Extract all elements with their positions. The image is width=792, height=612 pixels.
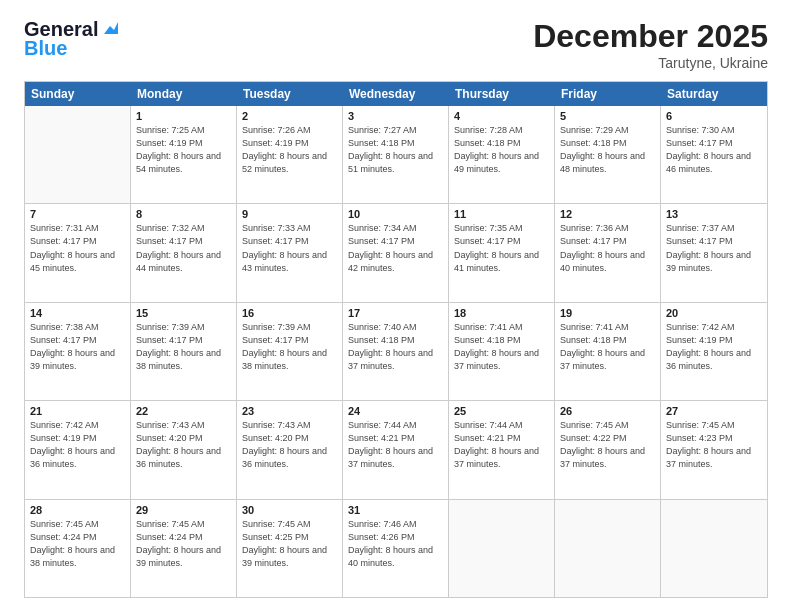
month-title: December 2025 <box>533 18 768 55</box>
cal-cell <box>555 500 661 597</box>
day-info: Sunrise: 7:45 AM Sunset: 4:24 PM Dayligh… <box>136 518 231 570</box>
day-info: Sunrise: 7:43 AM Sunset: 4:20 PM Dayligh… <box>242 419 337 471</box>
day-number: 6 <box>666 110 762 122</box>
day-number: 3 <box>348 110 443 122</box>
day-info: Sunrise: 7:42 AM Sunset: 4:19 PM Dayligh… <box>30 419 125 471</box>
day-number: 16 <box>242 307 337 319</box>
day-info: Sunrise: 7:39 AM Sunset: 4:17 PM Dayligh… <box>242 321 337 373</box>
day-info: Sunrise: 7:41 AM Sunset: 4:18 PM Dayligh… <box>454 321 549 373</box>
cal-cell: 21Sunrise: 7:42 AM Sunset: 4:19 PM Dayli… <box>25 401 131 498</box>
header-saturday: Saturday <box>661 82 767 106</box>
logo: General Blue <box>24 18 118 60</box>
cal-cell: 20Sunrise: 7:42 AM Sunset: 4:19 PM Dayli… <box>661 303 767 400</box>
day-number: 15 <box>136 307 231 319</box>
calendar-header: Sunday Monday Tuesday Wednesday Thursday… <box>25 82 767 106</box>
cal-cell: 9Sunrise: 7:33 AM Sunset: 4:17 PM Daylig… <box>237 204 343 301</box>
cal-cell: 29Sunrise: 7:45 AM Sunset: 4:24 PM Dayli… <box>131 500 237 597</box>
header-wednesday: Wednesday <box>343 82 449 106</box>
calendar-week-1: 1Sunrise: 7:25 AM Sunset: 4:19 PM Daylig… <box>25 106 767 204</box>
header-thursday: Thursday <box>449 82 555 106</box>
day-number: 14 <box>30 307 125 319</box>
header-tuesday: Tuesday <box>237 82 343 106</box>
cal-cell: 8Sunrise: 7:32 AM Sunset: 4:17 PM Daylig… <box>131 204 237 301</box>
day-number: 28 <box>30 504 125 516</box>
calendar-week-2: 7Sunrise: 7:31 AM Sunset: 4:17 PM Daylig… <box>25 204 767 302</box>
day-info: Sunrise: 7:30 AM Sunset: 4:17 PM Dayligh… <box>666 124 762 176</box>
day-info: Sunrise: 7:25 AM Sunset: 4:19 PM Dayligh… <box>136 124 231 176</box>
day-info: Sunrise: 7:32 AM Sunset: 4:17 PM Dayligh… <box>136 222 231 274</box>
day-info: Sunrise: 7:46 AM Sunset: 4:26 PM Dayligh… <box>348 518 443 570</box>
cal-cell: 16Sunrise: 7:39 AM Sunset: 4:17 PM Dayli… <box>237 303 343 400</box>
day-number: 2 <box>242 110 337 122</box>
day-number: 29 <box>136 504 231 516</box>
day-info: Sunrise: 7:42 AM Sunset: 4:19 PM Dayligh… <box>666 321 762 373</box>
day-number: 26 <box>560 405 655 417</box>
svg-marker-0 <box>104 22 118 34</box>
cal-cell: 18Sunrise: 7:41 AM Sunset: 4:18 PM Dayli… <box>449 303 555 400</box>
day-info: Sunrise: 7:34 AM Sunset: 4:17 PM Dayligh… <box>348 222 443 274</box>
logo-bird-icon <box>100 20 118 38</box>
calendar-week-5: 28Sunrise: 7:45 AM Sunset: 4:24 PM Dayli… <box>25 500 767 597</box>
day-info: Sunrise: 7:41 AM Sunset: 4:18 PM Dayligh… <box>560 321 655 373</box>
cal-cell: 1Sunrise: 7:25 AM Sunset: 4:19 PM Daylig… <box>131 106 237 203</box>
cal-cell: 23Sunrise: 7:43 AM Sunset: 4:20 PM Dayli… <box>237 401 343 498</box>
day-info: Sunrise: 7:37 AM Sunset: 4:17 PM Dayligh… <box>666 222 762 274</box>
cal-cell: 4Sunrise: 7:28 AM Sunset: 4:18 PM Daylig… <box>449 106 555 203</box>
cal-cell: 22Sunrise: 7:43 AM Sunset: 4:20 PM Dayli… <box>131 401 237 498</box>
day-info: Sunrise: 7:31 AM Sunset: 4:17 PM Dayligh… <box>30 222 125 274</box>
cal-cell: 27Sunrise: 7:45 AM Sunset: 4:23 PM Dayli… <box>661 401 767 498</box>
day-info: Sunrise: 7:39 AM Sunset: 4:17 PM Dayligh… <box>136 321 231 373</box>
day-info: Sunrise: 7:27 AM Sunset: 4:18 PM Dayligh… <box>348 124 443 176</box>
day-info: Sunrise: 7:45 AM Sunset: 4:22 PM Dayligh… <box>560 419 655 471</box>
day-info: Sunrise: 7:43 AM Sunset: 4:20 PM Dayligh… <box>136 419 231 471</box>
calendar-week-4: 21Sunrise: 7:42 AM Sunset: 4:19 PM Dayli… <box>25 401 767 499</box>
cal-cell: 25Sunrise: 7:44 AM Sunset: 4:21 PM Dayli… <box>449 401 555 498</box>
day-info: Sunrise: 7:29 AM Sunset: 4:18 PM Dayligh… <box>560 124 655 176</box>
cal-cell: 5Sunrise: 7:29 AM Sunset: 4:18 PM Daylig… <box>555 106 661 203</box>
day-number: 4 <box>454 110 549 122</box>
day-info: Sunrise: 7:45 AM Sunset: 4:24 PM Dayligh… <box>30 518 125 570</box>
day-number: 11 <box>454 208 549 220</box>
day-number: 5 <box>560 110 655 122</box>
page: General Blue December 2025 Tarutyne, Ukr… <box>0 0 792 612</box>
day-number: 13 <box>666 208 762 220</box>
day-info: Sunrise: 7:45 AM Sunset: 4:23 PM Dayligh… <box>666 419 762 471</box>
cal-cell: 2Sunrise: 7:26 AM Sunset: 4:19 PM Daylig… <box>237 106 343 203</box>
day-info: Sunrise: 7:33 AM Sunset: 4:17 PM Dayligh… <box>242 222 337 274</box>
cal-cell: 24Sunrise: 7:44 AM Sunset: 4:21 PM Dayli… <box>343 401 449 498</box>
cal-cell: 14Sunrise: 7:38 AM Sunset: 4:17 PM Dayli… <box>25 303 131 400</box>
day-info: Sunrise: 7:44 AM Sunset: 4:21 PM Dayligh… <box>454 419 549 471</box>
header: General Blue December 2025 Tarutyne, Ukr… <box>24 18 768 71</box>
day-info: Sunrise: 7:35 AM Sunset: 4:17 PM Dayligh… <box>454 222 549 274</box>
day-info: Sunrise: 7:38 AM Sunset: 4:17 PM Dayligh… <box>30 321 125 373</box>
calendar-grid: Sunday Monday Tuesday Wednesday Thursday… <box>24 81 768 598</box>
header-monday: Monday <box>131 82 237 106</box>
day-number: 21 <box>30 405 125 417</box>
cal-cell: 30Sunrise: 7:45 AM Sunset: 4:25 PM Dayli… <box>237 500 343 597</box>
cal-cell: 13Sunrise: 7:37 AM Sunset: 4:17 PM Dayli… <box>661 204 767 301</box>
cal-cell <box>661 500 767 597</box>
day-info: Sunrise: 7:40 AM Sunset: 4:18 PM Dayligh… <box>348 321 443 373</box>
cal-cell: 26Sunrise: 7:45 AM Sunset: 4:22 PM Dayli… <box>555 401 661 498</box>
day-number: 10 <box>348 208 443 220</box>
cal-cell: 10Sunrise: 7:34 AM Sunset: 4:17 PM Dayli… <box>343 204 449 301</box>
day-number: 18 <box>454 307 549 319</box>
day-number: 20 <box>666 307 762 319</box>
day-info: Sunrise: 7:44 AM Sunset: 4:21 PM Dayligh… <box>348 419 443 471</box>
day-info: Sunrise: 7:28 AM Sunset: 4:18 PM Dayligh… <box>454 124 549 176</box>
cal-cell: 17Sunrise: 7:40 AM Sunset: 4:18 PM Dayli… <box>343 303 449 400</box>
cal-cell: 12Sunrise: 7:36 AM Sunset: 4:17 PM Dayli… <box>555 204 661 301</box>
logo-blue: Blue <box>24 37 67 60</box>
day-number: 17 <box>348 307 443 319</box>
cal-cell: 7Sunrise: 7:31 AM Sunset: 4:17 PM Daylig… <box>25 204 131 301</box>
day-info: Sunrise: 7:45 AM Sunset: 4:25 PM Dayligh… <box>242 518 337 570</box>
day-number: 9 <box>242 208 337 220</box>
cal-cell: 19Sunrise: 7:41 AM Sunset: 4:18 PM Dayli… <box>555 303 661 400</box>
cal-cell: 3Sunrise: 7:27 AM Sunset: 4:18 PM Daylig… <box>343 106 449 203</box>
header-sunday: Sunday <box>25 82 131 106</box>
day-info: Sunrise: 7:36 AM Sunset: 4:17 PM Dayligh… <box>560 222 655 274</box>
calendar: Sunday Monday Tuesday Wednesday Thursday… <box>24 81 768 598</box>
day-number: 8 <box>136 208 231 220</box>
day-number: 12 <box>560 208 655 220</box>
subtitle: Tarutyne, Ukraine <box>533 55 768 71</box>
